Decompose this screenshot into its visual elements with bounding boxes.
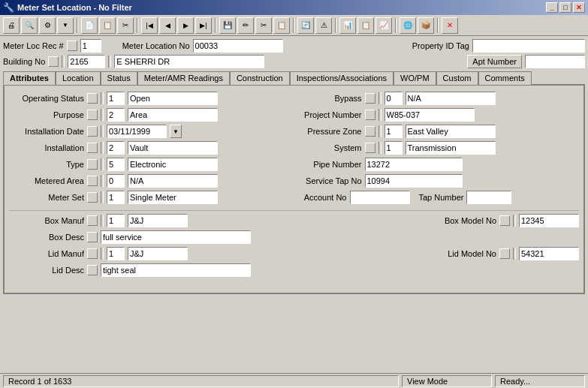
purpose-nav[interactable] bbox=[87, 110, 98, 120]
type-nav[interactable] bbox=[87, 159, 98, 170]
tap-number-input[interactable] bbox=[466, 191, 511, 204]
pipe-number-input[interactable] bbox=[365, 158, 463, 171]
cut-button[interactable]: ✂ bbox=[255, 17, 272, 34]
purpose-val[interactable] bbox=[128, 108, 218, 122]
pressure-zone-num[interactable] bbox=[384, 125, 403, 138]
filter-button[interactable]: ▼ bbox=[57, 17, 74, 34]
tab-content: Operating Status Purpose Installatio bbox=[3, 84, 585, 294]
delete-button[interactable]: ✂ bbox=[117, 17, 134, 34]
purpose-num[interactable] bbox=[107, 108, 125, 122]
bypass-num[interactable] bbox=[384, 92, 403, 105]
pressure-zone-nav[interactable] bbox=[365, 126, 375, 137]
service-tap-input[interactable] bbox=[365, 174, 463, 188]
operating-status-nav[interactable] bbox=[87, 93, 98, 104]
box-manuf-val[interactable] bbox=[128, 214, 188, 227]
lid-manuf-val[interactable] bbox=[128, 247, 188, 260]
tab-wo-pm[interactable]: WO/PM bbox=[394, 71, 436, 85]
type-num[interactable] bbox=[107, 158, 125, 171]
copy-button[interactable]: 📋 bbox=[99, 17, 116, 34]
installation-val[interactable] bbox=[128, 141, 218, 155]
inst-date-nav[interactable] bbox=[87, 126, 98, 137]
installation-date-input[interactable] bbox=[107, 125, 167, 138]
building-no-input[interactable] bbox=[68, 55, 105, 68]
type-val[interactable] bbox=[128, 158, 218, 171]
building-street-input[interactable] bbox=[114, 55, 264, 68]
tab-status[interactable]: Status bbox=[101, 71, 137, 85]
edit-button[interactable]: ✏ bbox=[237, 17, 254, 34]
meter-set-num[interactable] bbox=[107, 191, 125, 204]
installation-nav[interactable] bbox=[87, 143, 98, 153]
system-nav[interactable] bbox=[365, 143, 375, 153]
bypass-nav[interactable] bbox=[365, 93, 375, 104]
next-button[interactable]: ▶ bbox=[177, 17, 194, 34]
system-num[interactable] bbox=[384, 141, 403, 155]
minimize-button[interactable]: _ bbox=[546, 2, 558, 13]
lid-model-no-input[interactable] bbox=[519, 247, 579, 260]
box-desc-nav[interactable] bbox=[87, 232, 98, 242]
chart-button[interactable]: 📊 bbox=[339, 17, 356, 34]
account-no-input[interactable] bbox=[350, 191, 410, 204]
apt-number-button[interactable]: Apt Number bbox=[467, 55, 522, 68]
metered-area-nav[interactable] bbox=[87, 176, 98, 186]
package-button[interactable]: 📦 bbox=[418, 17, 434, 34]
box-manuf-nav[interactable] bbox=[87, 215, 98, 226]
operating-status-row: Operating Status bbox=[9, 92, 294, 105]
new-button[interactable]: 📄 bbox=[81, 17, 98, 34]
metered-area-val[interactable] bbox=[128, 174, 218, 188]
bypass-val[interactable] bbox=[406, 92, 496, 105]
maximize-button[interactable]: □ bbox=[559, 2, 571, 13]
tab-meter-amr[interactable]: Meter/AMR Readings bbox=[137, 71, 230, 85]
metered-area-num[interactable] bbox=[107, 174, 125, 188]
meter-loc-rec-input[interactable] bbox=[80, 39, 101, 53]
lid-manuf-num[interactable] bbox=[107, 247, 125, 260]
lid-manuf-nav[interactable] bbox=[87, 248, 98, 259]
tab-inspections[interactable]: Inspections/Associations bbox=[290, 71, 394, 85]
meter-location-no-input[interactable] bbox=[193, 39, 283, 53]
close-app-button[interactable]: ✕ bbox=[442, 17, 458, 34]
prev-button[interactable]: ◀ bbox=[159, 17, 176, 34]
operating-status-val[interactable] bbox=[128, 92, 218, 105]
property-id-tag-input[interactable] bbox=[472, 39, 585, 53]
tab-custom[interactable]: Custom bbox=[436, 71, 478, 85]
graph-button[interactable]: 📈 bbox=[375, 17, 392, 34]
box-desc-input[interactable] bbox=[101, 230, 251, 244]
pressure-zone-val[interactable] bbox=[406, 125, 496, 138]
operating-status-num[interactable] bbox=[107, 92, 125, 105]
box-model-nav[interactable] bbox=[499, 215, 510, 226]
save-button[interactable]: 💾 bbox=[219, 17, 236, 34]
toolbar-sep-1 bbox=[77, 18, 78, 33]
table-button[interactable]: 📋 bbox=[357, 17, 374, 34]
tab-comments[interactable]: Comments bbox=[478, 71, 532, 85]
system-val[interactable] bbox=[406, 141, 496, 155]
attributes-columns: Operating Status Purpose Installatio bbox=[9, 92, 579, 207]
lid-desc-input[interactable] bbox=[101, 263, 251, 277]
id-sep bbox=[101, 125, 104, 137]
warning-button[interactable]: ⚠ bbox=[315, 17, 332, 34]
first-button[interactable]: |◀ bbox=[141, 17, 158, 34]
project-number-input[interactable] bbox=[384, 108, 475, 122]
close-button[interactable]: ✕ bbox=[573, 2, 585, 13]
meter-set-val[interactable] bbox=[128, 191, 218, 204]
search-button[interactable]: 🔍 bbox=[21, 17, 38, 34]
installation-num[interactable] bbox=[107, 141, 125, 155]
meter-set-nav[interactable] bbox=[87, 192, 98, 203]
installation-date-dropdown[interactable]: ▼ bbox=[170, 125, 182, 138]
settings-button[interactable]: ⚙ bbox=[39, 17, 56, 34]
box-manuf-num[interactable] bbox=[107, 214, 125, 227]
lid-desc-nav[interactable] bbox=[87, 265, 98, 275]
last-button[interactable]: ▶| bbox=[195, 17, 212, 34]
apt-number-input[interactable] bbox=[525, 55, 585, 68]
web-button[interactable]: 🌐 bbox=[400, 17, 416, 34]
meter-loc-rec-nav[interactable] bbox=[67, 41, 77, 51]
tab-construction[interactable]: Construction bbox=[230, 71, 290, 85]
tab-location[interactable]: Location bbox=[56, 71, 101, 85]
type-label: Type bbox=[9, 160, 84, 169]
lid-model-nav[interactable] bbox=[499, 248, 510, 259]
project-number-nav[interactable] bbox=[365, 110, 375, 120]
print-button[interactable]: 🖨 bbox=[3, 17, 20, 34]
tab-attributes[interactable]: Attributes bbox=[3, 71, 56, 85]
building-no-nav[interactable] bbox=[48, 56, 59, 67]
paste-button[interactable]: 📋 bbox=[273, 17, 290, 34]
refresh-button[interactable]: 🔄 bbox=[297, 17, 314, 34]
box-model-no-input[interactable] bbox=[519, 214, 579, 227]
